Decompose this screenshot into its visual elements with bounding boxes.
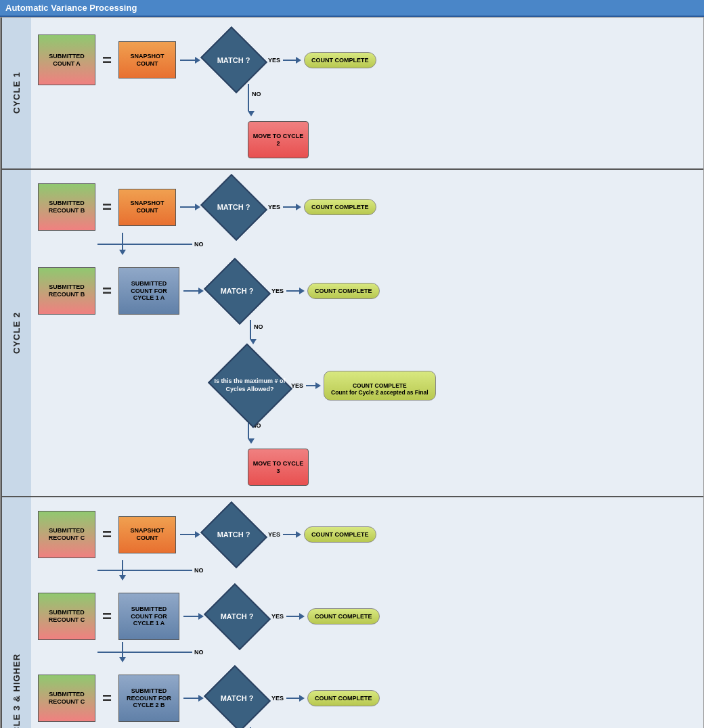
yes-label-c1: YES	[268, 57, 280, 64]
cycle3-row1: SUBMITTED RECOUNT C = SNAPSHOT COUNT MAT…	[38, 511, 697, 558]
cycle3-section: CYCLE 3 & HIGHER SUBMITTED RECOUNT C = S…	[1, 497, 703, 728]
cycle1-count-c3-box: SUBMITTED COUNT FOR CYCLE 1 A	[118, 593, 179, 640]
yes-c2max: YES	[291, 382, 320, 389]
cycle3-label: CYCLE 3 & HIGHER	[1, 497, 31, 728]
cycle3-row3: SUBMITTED RECOUNT C = SUBMITTED RECOUNT …	[38, 675, 697, 722]
cycle1-content: SUBMITTED COUNT A = SNAPSHOT COUNT MATCH…	[31, 18, 703, 168]
diagram-container: CYCLE 1 SUBMITTED COUNT A = SNAPSHOT COU…	[0, 17, 704, 728]
submitted-count-a-box: SUBMITTED COUNT A	[38, 35, 95, 85]
equals-c2r1: =	[100, 198, 114, 217]
c2-no-branch2: NO	[250, 320, 697, 350]
submitted-recount-b1-box: SUBMITTED RECOUNT B	[38, 183, 95, 231]
equals-c3r1: =	[100, 525, 114, 544]
equals-c3r2: =	[100, 607, 114, 626]
submitted-recount-c1-box: SUBMITTED RECOUNT C	[38, 511, 95, 558]
equals-c3r3: =	[100, 689, 114, 708]
arrow-c2r2	[183, 290, 202, 292]
cycle2-recount-c3-box: SUBMITTED RECOUNT FOR CYCLE 2 B	[118, 675, 179, 722]
cycle3-content: SUBMITTED RECOUNT C = SNAPSHOT COUNT MAT…	[31, 497, 703, 728]
count-complete-c2r2: COUNT COMPLETE	[307, 283, 380, 299]
match-diamond-c3r2: MATCH ?	[206, 593, 267, 640]
no-label-c1: NO	[252, 91, 261, 97]
arrow-c1-to-diamond	[180, 60, 199, 61]
yes-branch-c1: YES	[268, 57, 300, 64]
cycle2-row2: SUBMITTED RECOUNT B = SUBMITTED COUNT FO…	[38, 267, 697, 315]
match-diamond-c3r3: MATCH ?	[206, 675, 267, 722]
count-complete-c3r1: COUNT COMPLETE	[304, 526, 376, 543]
submitted-recount-c2-box: SUBMITTED RECOUNT C	[38, 593, 95, 640]
cycle1-flow-row: SUBMITTED COUNT A = SNAPSHOT COUNT MATCH…	[38, 35, 697, 85]
cycle2-max-row: Is this the maximum # of Cycles Allowed?…	[213, 355, 697, 416]
cycle1-section: CYCLE 1 SUBMITTED COUNT A = SNAPSHOT COU…	[1, 18, 703, 170]
cycle2-row1: SUBMITTED RECOUNT B = SNAPSHOT COUNT MAT…	[38, 183, 697, 231]
equals-c1: =	[100, 51, 114, 70]
move-to-cycle3-box: Move to Cycle 3	[248, 449, 309, 486]
cycle3-row2: SUBMITTED RECOUNT C = SUBMITTED COUNT FO…	[38, 593, 697, 640]
max-cycles-diamond-c2: Is this the maximum # of Cycles Allowed?	[213, 355, 287, 416]
c3-no-branch1: NO	[119, 560, 697, 584]
snapshot-count-c1-box: SNAPSHOT COUNT	[118, 41, 176, 78]
app-title: Automatic Variance Processing	[5, 3, 137, 13]
yes-c2r2: YES	[271, 288, 303, 294]
count-complete-c3r2: COUNT COMPLETE	[307, 608, 380, 624]
snapshot-c2-box: SNAPSHOT COUNT	[118, 189, 176, 226]
yes-c2r1: YES	[268, 204, 300, 210]
count-complete-final-c2: COUNT COMPLETE Count for Cycle 2 accepte…	[324, 371, 436, 401]
no-branch-c1: NO Move to Cycle 2	[248, 84, 697, 158]
title-bar: Automatic Variance Processing	[0, 0, 704, 17]
count-complete-c2r1: COUNT COMPLETE	[304, 199, 376, 215]
snapshot-c3-box: SNAPSHOT COUNT	[118, 516, 176, 553]
equals-c2r2: =	[100, 281, 114, 300]
cycle2-content: SUBMITTED RECOUNT B = SNAPSHOT COUNT MAT…	[31, 170, 703, 496]
cycle2-label: CYCLE 2	[1, 170, 31, 496]
count-complete-c3r3: COUNT COMPLETE	[307, 690, 380, 706]
match-diamond-c2r1: MATCH ?	[203, 183, 264, 231]
match-diamond-c3r1: MATCH ?	[203, 511, 264, 558]
arrow-c2r1	[180, 206, 199, 208]
submitted-recount-c3-box: SUBMITTED RECOUNT C	[38, 675, 95, 722]
move-to-cycle2-box: Move to Cycle 2	[248, 121, 309, 158]
cycle1-count-c2-box: SUBMITTED COUNT FOR CYCLE 1 A	[118, 267, 179, 315]
match-diamond-c1: MATCH ?	[203, 37, 264, 84]
submitted-recount-b2-box: SUBMITTED RECOUNT B	[38, 267, 95, 315]
cycle1-label: CYCLE 1	[1, 18, 31, 168]
c2-no-to-cycle3: NO Move to Cycle 3	[248, 418, 697, 486]
c3-no-branch2: NO	[119, 642, 697, 666]
match-diamond-c2r2: MATCH ?	[206, 267, 267, 315]
count-complete-c1: COUNT COMPLETE	[304, 52, 376, 68]
c2-no-branch1: NO	[119, 233, 697, 258]
cycle2-section: CYCLE 2 SUBMITTED RECOUNT B = SNAPSHOT C…	[1, 170, 703, 497]
